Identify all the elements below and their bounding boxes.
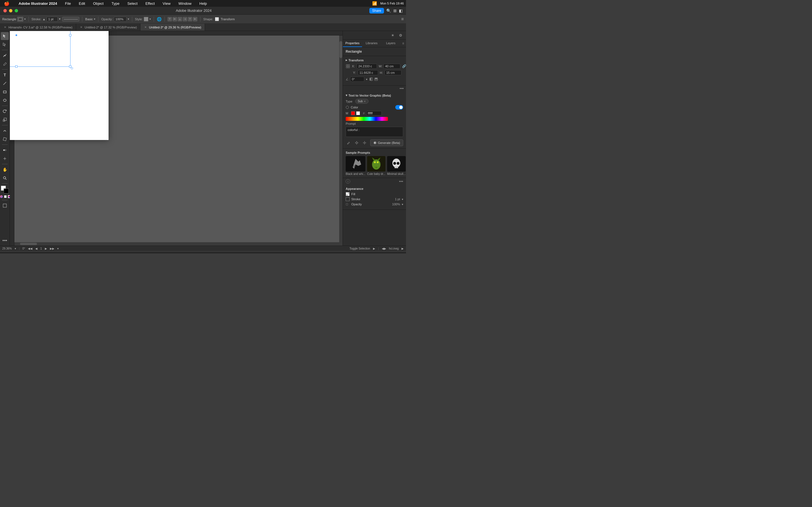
y-input[interactable] [358, 70, 378, 75]
more-options-icon[interactable]: ≡ [401, 17, 404, 22]
stroke-input[interactable] [47, 17, 58, 22]
search-icon[interactable]: 🔍 [386, 8, 391, 13]
handle-middle-right[interactable] [69, 34, 71, 36]
sidebar-icon[interactable]: ◧ [399, 8, 403, 13]
color-toggle[interactable] [395, 105, 403, 110]
opacity-input[interactable] [114, 17, 126, 22]
transform-label[interactable]: Transform [221, 17, 235, 21]
scale-tool[interactable] [1, 116, 9, 124]
warp-tool[interactable] [1, 127, 9, 135]
menu-effect[interactable]: Effect [144, 1, 156, 6]
ellipse-tool[interactable] [1, 96, 9, 104]
brush-tool[interactable] [1, 60, 9, 68]
free-transform-tool[interactable] [1, 135, 9, 143]
maximize-button[interactable] [15, 9, 18, 12]
chevron-down-icon[interactable]: ▾ [24, 17, 26, 20]
selection-tool[interactable] [1, 32, 9, 40]
libraries-tab[interactable]: Libraries [362, 40, 381, 47]
stroke-up-icon[interactable]: ▲ [42, 17, 45, 21]
mesh-tool[interactable] [1, 155, 9, 163]
style-chevron-icon[interactable]: ▾ [149, 17, 151, 20]
scrollbar-horizontal[interactable] [14, 242, 339, 245]
align-center-v-icon[interactable]: ⊤ [188, 17, 192, 21]
menu-object[interactable]: Object [91, 1, 105, 6]
artboard-tool[interactable] [1, 202, 9, 210]
sample-prompt-2[interactable]: Minimal skull... [387, 156, 406, 175]
prompt-textarea[interactable]: colorful : [346, 127, 403, 137]
tab-2[interactable]: ✕ Untitled-3* @ 29.36 % (RGB/Preview) [140, 24, 205, 31]
hex-input[interactable] [366, 111, 382, 115]
align-center-h-icon[interactable]: ⊢ [172, 17, 177, 21]
link-icon[interactable]: 🔗 [402, 64, 406, 68]
angle-input[interactable] [350, 76, 364, 82]
subject-pill-close[interactable]: ✕ [364, 100, 366, 103]
generate-button[interactable]: Generate (Beta) [370, 139, 403, 146]
settings-icon[interactable]: ⚙ [398, 32, 404, 38]
menu-window[interactable]: Window [177, 1, 193, 6]
page-nav-next-icon[interactable]: ▶▶ [50, 247, 54, 250]
preset-chevron-icon[interactable]: ▾ [94, 17, 95, 20]
align-left-icon[interactable]: ⊣ [183, 17, 187, 21]
grid-icon[interactable]: ⊞ [393, 8, 397, 13]
settings-action-icon[interactable] [361, 140, 368, 146]
stroke-down-icon[interactable]: ▾ [59, 17, 61, 21]
toggle-arrow-icon[interactable]: ▶ [373, 247, 375, 250]
align-top-icon[interactable]: ⊤ [167, 17, 172, 21]
shape-options-icon[interactable]: ⬜ [215, 17, 219, 21]
menu-file[interactable]: File [63, 1, 73, 6]
hand-tool[interactable]: ✋ [1, 166, 9, 173]
text-to-vector-title[interactable]: ▾ Text to Vector Graphic (Beta) [346, 94, 403, 97]
direct-selection-tool[interactable] [1, 41, 9, 48]
sample-prompt-0[interactable]: Black and whi... [346, 156, 365, 175]
white-swatch[interactable] [356, 111, 360, 115]
style-color-box[interactable] [144, 17, 148, 21]
stroke-icon[interactable] [346, 197, 350, 201]
style-action-icon[interactable] [346, 140, 352, 146]
red-swatch[interactable] [351, 111, 355, 115]
tab-0[interactable]: ✕ Himanshi- CV 3.ai* @ 12.58 % (RGB/Prev… [0, 24, 76, 31]
menu-type[interactable]: Type [110, 1, 121, 6]
menu-help[interactable]: Help [198, 1, 209, 6]
color-mode-icon[interactable] [0, 195, 3, 198]
status-expand-icon[interactable]: ▶ [402, 247, 404, 250]
more-tools-button[interactable]: ••• [1, 237, 9, 244]
menu-select[interactable]: Select [126, 1, 139, 6]
gradient-tool[interactable] [1, 146, 9, 154]
flip-h-icon[interactable] [369, 77, 373, 81]
panel-options-icon[interactable]: ≡ [400, 40, 406, 47]
w-input[interactable] [384, 64, 400, 69]
minimize-button[interactable] [9, 9, 12, 12]
rotate-handle-br[interactable] [71, 67, 73, 69]
opacity-chevron-icon[interactable]: ▾ [128, 17, 129, 20]
page-nav-prev-icon[interactable]: ◀◀ [28, 247, 33, 250]
apple-menu[interactable]: 🍎 [2, 0, 11, 7]
subject-pill[interactable]: Sub ✕ [355, 99, 368, 104]
share-button[interactable]: Share [369, 8, 384, 13]
center-point[interactable] [15, 34, 17, 36]
info-more-dots[interactable]: ••• [399, 179, 403, 184]
layers-tab[interactable]: Layers [381, 40, 400, 47]
rectangle-tool[interactable] [1, 88, 9, 96]
flip-v-icon[interactable] [374, 77, 378, 81]
tab-close-2[interactable]: ✕ [144, 25, 147, 29]
align-bottom-icon[interactable]: ⊥ [177, 17, 182, 21]
none-color-icon[interactable] [4, 195, 7, 198]
fill-icon[interactable] [346, 192, 350, 196]
rotate-tool[interactable] [1, 107, 9, 115]
page-chevron-icon[interactable]: ▾ [57, 247, 59, 250]
info-icon[interactable]: i [346, 179, 350, 184]
stroke-value-chevron-icon[interactable]: ▾ [402, 198, 403, 201]
x-input[interactable] [357, 64, 377, 69]
more-options-dots[interactable]: ••• [400, 86, 404, 91]
fill-stroke-colors[interactable] [1, 186, 9, 193]
tab-close-0[interactable]: ✕ [3, 25, 7, 29]
transform-title[interactable]: ▸ Transform [346, 58, 403, 62]
fill-color-preview[interactable] [17, 17, 23, 21]
opacity-chevron-app-icon[interactable]: ▾ [402, 203, 403, 206]
zoom-chevron-icon[interactable]: ▾ [15, 247, 16, 250]
h-input[interactable] [385, 70, 402, 75]
globe-icon[interactable]: 🌐 [157, 17, 161, 21]
brightness-icon[interactable]: ☀ [390, 32, 396, 38]
pen-tool[interactable] [1, 52, 9, 59]
tab-close-1[interactable]: ✕ [80, 25, 83, 29]
